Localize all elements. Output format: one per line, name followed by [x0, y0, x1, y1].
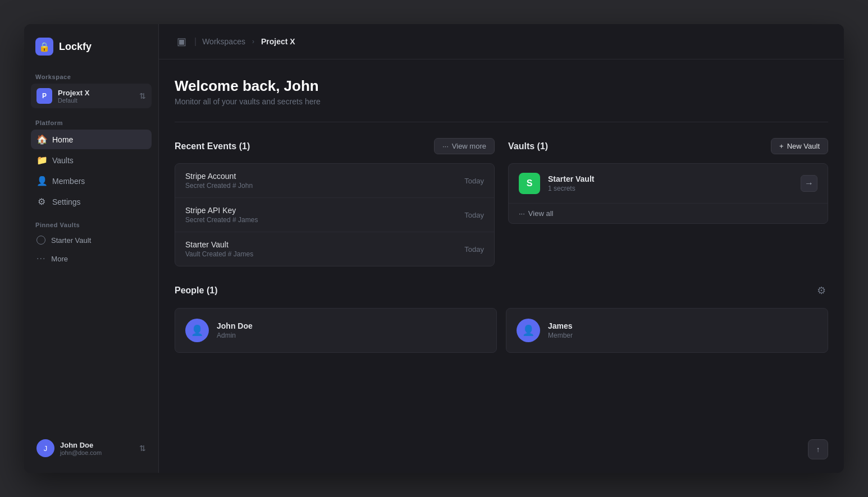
more-dots-icon: ···: [36, 254, 45, 264]
nav-home-label: Home: [52, 135, 73, 144]
event-details-0: Stripe Account Secret Created # John: [185, 172, 253, 190]
vault-info-0: Starter Vault 1 secrets: [548, 174, 793, 192]
vault-arrow-button-0[interactable]: →: [801, 175, 817, 192]
nav-members-label: Members: [52, 177, 85, 186]
people-section: People (1) ⚙ 👤 John Doe Admin 👤: [175, 282, 828, 353]
event-name-0: Stripe Account: [185, 172, 253, 181]
people-title: People (1): [175, 286, 217, 296]
workspace-info: Projext X Default: [58, 89, 134, 104]
user-email: john@doe.com: [60, 449, 134, 456]
person-card-0: 👤 John Doe Admin: [175, 308, 497, 353]
event-item-0: Stripe Account Secret Created # John Tod…: [175, 164, 494, 198]
person-role-1: Member: [548, 332, 573, 339]
event-details-1: Stripe API Key Secret Created # James: [185, 206, 258, 224]
topbar: ▣ | Workspaces › Project X: [159, 24, 844, 59]
event-desc-0: Secret Created # John: [185, 182, 253, 190]
user-info: John Doe john@doe.com: [60, 441, 134, 456]
vault-name-0: Starter Vault: [548, 174, 793, 183]
pinned-starter-vault[interactable]: Starter Vault: [31, 232, 152, 248]
user-profile-footer[interactable]: J John Doe john@doe.com ⇅: [31, 435, 152, 462]
nav-vaults-label: Vaults: [52, 156, 74, 165]
person-card-1: 👤 James Member: [506, 308, 828, 353]
event-name-2: Starter Vault: [185, 240, 253, 249]
content-area: Welcome back, John Monitor all of your v…: [159, 59, 844, 473]
sidebar-item-members[interactable]: 👤 Members: [31, 171, 152, 191]
event-desc-2: Vault Created # James: [185, 250, 253, 258]
sidebar: 🔒 Lockfy Workspace P Projext X Default ⇅…: [24, 24, 159, 473]
workspace-selector[interactable]: P Projext X Default ⇅: [31, 84, 152, 108]
settings-icon: ⚙: [36, 196, 47, 207]
topbar-separator: |: [194, 36, 197, 47]
sidebar-item-settings[interactable]: ⚙ Settings: [31, 192, 152, 211]
more-pinned-items[interactable]: ··· More: [31, 250, 152, 268]
vault-view-all-label: View all: [528, 209, 554, 218]
app-name: Lockfy: [59, 41, 92, 53]
user-expand-icon: ⇅: [139, 444, 146, 453]
scroll-top-button[interactable]: ↑: [808, 439, 828, 459]
sidebar-toggle-icon[interactable]: ▣: [175, 33, 189, 50]
main-content: ▣ | Workspaces › Project X Welcome back,…: [159, 24, 844, 473]
members-icon: 👤: [36, 176, 47, 186]
sidebar-item-vaults[interactable]: 📁 Vaults: [31, 150, 152, 170]
event-name-1: Stripe API Key: [185, 206, 258, 215]
new-vault-label: New Vault: [787, 142, 820, 150]
breadcrumb-chevron-icon: ›: [252, 38, 254, 45]
page-header: Welcome back, John Monitor all of your v…: [175, 77, 828, 106]
header-divider: [175, 122, 828, 122]
vaults-section-header: Vaults (1) + New Vault: [508, 138, 828, 154]
recent-events-title: Recent Events (1): [175, 141, 250, 151]
view-more-dots-icon: ···: [442, 142, 449, 150]
vault-secrets-0: 1 secrets: [548, 185, 793, 192]
vault-card: S Starter Vault 1 secrets → ··· View all: [508, 163, 828, 224]
vault-item-0: S Starter Vault 1 secrets →: [509, 164, 828, 203]
vaults-icon: 📁: [36, 155, 47, 165]
more-label: More: [51, 255, 68, 263]
home-icon: 🏠: [36, 134, 47, 145]
vaults-section: Vaults (1) + New Vault S Starter Vault: [508, 138, 828, 266]
user-name: John Doe: [60, 441, 134, 449]
event-time-1: Today: [464, 211, 484, 219]
people-settings-button[interactable]: ⚙: [815, 282, 828, 299]
workspace-label: Workspace: [31, 73, 152, 80]
vault-dots-icon: ···: [519, 209, 525, 218]
view-more-button[interactable]: ··· View more: [434, 138, 495, 154]
vault-avatar-0: S: [519, 173, 540, 194]
person-avatar-0: 👤: [185, 319, 209, 342]
view-more-label: View more: [452, 142, 486, 150]
platform-nav: 🏠 Home 📁 Vaults 👤 Members ⚙ Settings: [31, 130, 152, 213]
person-avatar-1: 👤: [517, 319, 540, 342]
recent-events-header: Recent Events (1) ··· View more: [175, 138, 495, 154]
logo-area: 🔒 Lockfy: [31, 35, 152, 65]
event-time-0: Today: [464, 177, 484, 185]
new-vault-plus-icon: +: [779, 142, 784, 150]
people-grid: 👤 John Doe Admin 👤 James Member: [175, 308, 828, 353]
event-item-2: Starter Vault Vault Created # James Toda…: [175, 232, 494, 266]
main-two-col: Recent Events (1) ··· View more Stripe A…: [175, 138, 828, 266]
platform-label: Platform: [31, 119, 152, 126]
person-info-1: James Member: [548, 321, 573, 339]
breadcrumb-workspaces[interactable]: Workspaces: [202, 37, 245, 46]
event-item-1: Stripe API Key Secret Created # James To…: [175, 198, 494, 232]
workspace-name: Projext X: [58, 89, 134, 97]
breadcrumb-current: Project X: [261, 37, 295, 46]
workspace-default: Default: [58, 97, 134, 104]
app-logo-icon: 🔒: [35, 38, 53, 56]
recent-events-section: Recent Events (1) ··· View more Stripe A…: [175, 138, 495, 266]
event-details-2: Starter Vault Vault Created # James: [185, 240, 253, 258]
page-subtitle: Monitor all of your vaults and secrets h…: [175, 97, 828, 106]
people-header: People (1) ⚙: [175, 282, 828, 299]
page-title: Welcome back, John: [175, 77, 828, 95]
user-avatar: J: [36, 439, 54, 457]
person-name-0: John Doe: [217, 321, 253, 330]
new-vault-button[interactable]: + New Vault: [771, 138, 828, 154]
event-card: Stripe Account Secret Created # John Tod…: [175, 163, 495, 266]
sidebar-item-home[interactable]: 🏠 Home: [31, 130, 152, 149]
workspace-chevron-icon: ⇅: [139, 91, 146, 100]
nav-settings-label: Settings: [52, 197, 81, 206]
workspace-avatar: P: [36, 88, 52, 104]
person-info-0: John Doe Admin: [217, 321, 253, 339]
person-name-1: James: [548, 321, 573, 330]
vault-view-all[interactable]: ··· View all: [509, 203, 828, 223]
event-time-2: Today: [464, 245, 484, 254]
vault-dot-icon: [36, 236, 45, 245]
